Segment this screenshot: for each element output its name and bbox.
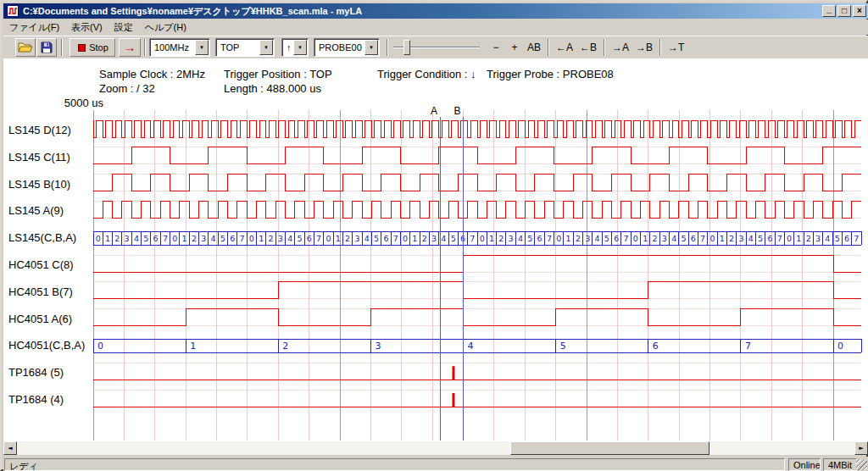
- menu-file[interactable]: ファイル(F): [3, 19, 65, 36]
- titlebar[interactable]: C:¥Documents and Settings¥noname¥デスクトップ¥…: [3, 3, 868, 19]
- window-title: C:¥Documents and Settings¥noname¥デスクトップ¥…: [23, 5, 821, 18]
- online-status: Online: [793, 460, 821, 470]
- scroll-left-button[interactable]: ◄: [3, 441, 17, 455]
- zoom-out-button[interactable]: −: [487, 38, 505, 57]
- trigger-position-combobox[interactable]: TOP ▼: [215, 38, 275, 57]
- statusbar: レディ Online 4MBit: [3, 457, 868, 471]
- scroll-right-icon: ►: [859, 445, 863, 452]
- cursor-nav-buttons: −+AB←A←B→A→B→T: [487, 38, 687, 57]
- app-window: C:¥Documents and Settings¥noname¥デスクトップ¥…: [0, 0, 868, 471]
- close-button[interactable]: ×: [853, 5, 866, 17]
- waveform-view: [3, 58, 868, 441]
- channel-label-ls145-c-b-a: LS145(C,B,A): [8, 231, 76, 245]
- status-message-panel: レディ: [4, 458, 785, 471]
- horizontal-scrollbar[interactable]: ◄ ►: [3, 441, 868, 455]
- memory-status-panel: 4MBit: [823, 458, 857, 471]
- trigger-position-combobox-value: TOP: [220, 42, 239, 53]
- channel-label-ls145-d-12: LS145 D(12): [8, 124, 71, 137]
- zoom-in-button[interactable]: +: [505, 38, 524, 57]
- cursor-b-right-button[interactable]: →B: [632, 38, 656, 57]
- sample-clock-text: Sample Clock : 2MHz: [99, 68, 205, 80]
- cursor-b-left-button[interactable]: ←B: [576, 38, 600, 57]
- toolbar-separator: [548, 39, 549, 56]
- trigger-position-text: Trigger Position : TOP: [224, 68, 332, 80]
- maximize-button[interactable]: □: [837, 5, 851, 17]
- memory-status: 4MBit: [828, 460, 852, 470]
- stop-button[interactable]: Stop: [70, 38, 115, 57]
- time-scale-label: 5000 us: [42, 97, 103, 109]
- resize-grip[interactable]: [856, 459, 867, 470]
- zoom-text: Zoom : / 32: [99, 82, 155, 95]
- minimize-button[interactable]: _: [822, 5, 836, 17]
- toolbar-separator: [604, 39, 605, 56]
- scroll-left-icon: ◄: [8, 445, 12, 452]
- dropdown-arrow-icon[interactable]: ▼: [259, 40, 273, 55]
- channel-label-tp1684-4: TP1684 (4): [8, 393, 64, 407]
- toolbar-separator: [659, 39, 661, 56]
- trigger-edge-combobox[interactable]: ↑ ▼: [281, 38, 309, 57]
- cursor-a-left-button[interactable]: ←A: [553, 38, 576, 57]
- trigger-condition-text: Trigger Condition : ↓: [377, 68, 476, 80]
- toolbar-separator: [61, 39, 63, 56]
- trigger-edge-combobox-value: ↑: [287, 42, 292, 53]
- open-button[interactable]: [15, 38, 36, 57]
- menu-settings[interactable]: 設定: [108, 19, 139, 36]
- channel-label-ls145-b-10: LS145 B(10): [8, 178, 70, 191]
- length-text: Length : 488.000 us: [224, 82, 321, 95]
- run-button[interactable]: →: [119, 38, 141, 57]
- stop-label: Stop: [89, 42, 108, 53]
- cursor-a-right-button[interactable]: →A: [609, 38, 632, 57]
- scrollbar-thumb[interactable]: [510, 441, 709, 455]
- scroll-right-button[interactable]: ►: [854, 441, 868, 455]
- dropdown-arrow-icon[interactable]: ▼: [195, 40, 209, 55]
- trigger-probe-combobox-value: PROBE00: [319, 42, 362, 53]
- dropdown-arrow-icon[interactable]: ▼: [364, 40, 378, 55]
- menu-view[interactable]: 表示(V): [65, 19, 108, 36]
- cursor-ab-button[interactable]: AB: [524, 38, 544, 57]
- goto-trigger-button[interactable]: →T: [665, 38, 687, 57]
- channel-label-tp1684-5: TP1684 (5): [8, 366, 64, 380]
- stop-icon: [78, 44, 86, 52]
- sample-clock-combobox[interactable]: 100MHz ▼: [149, 38, 210, 57]
- dropdown-arrow-icon[interactable]: ▼: [293, 40, 307, 55]
- menubar: ファイル(F)表示(V)設定ヘルプ(H): [3, 19, 868, 35]
- toolbar-separator: [387, 39, 388, 56]
- app-icon: [7, 5, 19, 17]
- trigger-probe-text: Trigger Probe : PROBE08: [487, 68, 614, 80]
- floppy-disk-icon: [41, 42, 53, 53]
- run-arrow-icon: →: [124, 40, 136, 55]
- toolbar: Stop → 100MHz ▼ TOP ▼ ↑ ▼ PROBE00 ▼ −+AB…: [3, 36, 868, 58]
- channel-label-hc4051-c-8: HC4051 C(8): [8, 258, 74, 272]
- save-button[interactable]: [36, 38, 57, 57]
- online-status-panel: Online: [788, 458, 821, 471]
- trigger-probe-combobox[interactable]: PROBE00 ▼: [314, 38, 380, 57]
- channel-label-ls145-a-9: LS145 A(9): [8, 204, 64, 218]
- zoom-slider[interactable]: [393, 38, 480, 57]
- open-folder-icon: [18, 42, 33, 53]
- status-message: レディ: [9, 461, 38, 471]
- channel-label-hc4051-a-6: HC4051 A(6): [8, 313, 72, 326]
- sample-clock-combobox-value: 100MHz: [154, 42, 189, 53]
- channel-label-hc4051-c-b-a: HC4051(C,B,A): [8, 339, 85, 352]
- channel-label-hc4051-b-7: HC4051 B(7): [8, 285, 73, 299]
- menu-help[interactable]: ヘルプ(H): [139, 19, 192, 36]
- toolbar-separator: [144, 39, 146, 56]
- zoom-slider-thumb[interactable]: [403, 40, 410, 55]
- channel-label-ls145-c-11: LS145 C(11): [8, 151, 70, 164]
